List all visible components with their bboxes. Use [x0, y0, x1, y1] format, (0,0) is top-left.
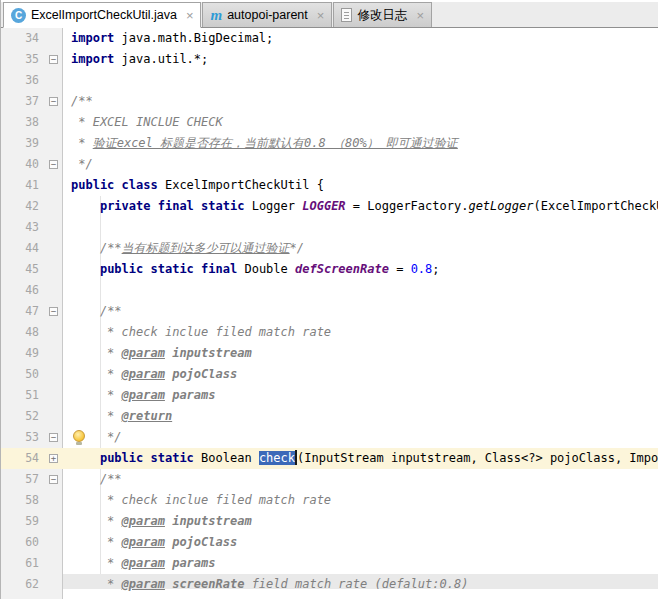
code-line[interactable]: 44 /**当有标题到达多少可以通过验证*/	[1, 238, 658, 259]
code-text: private final static Logger LOGGER = Log…	[63, 196, 658, 217]
line-number[interactable]: 36	[1, 70, 45, 91]
code-text: * @param pojoClass	[63, 532, 658, 553]
gutter-fold-column: +	[45, 448, 63, 469]
code-line[interactable]: 47− /**	[1, 301, 658, 322]
close-icon[interactable]: ×	[317, 9, 325, 22]
code-line[interactable]: 52 * @return	[1, 406, 658, 427]
line-number[interactable]: 39	[1, 133, 45, 154]
code-segment: Logger	[244, 199, 302, 213]
line-number[interactable]: 60	[1, 532, 45, 553]
line-number[interactable]: 59	[1, 511, 45, 532]
code-line[interactable]: 46	[1, 280, 658, 301]
line-number[interactable]: 50	[1, 364, 45, 385]
gutter-fold-column	[45, 259, 63, 280]
tab-changelog[interactable]: 修改日志 ×	[333, 2, 432, 28]
tab-label: autopoi-parent	[227, 8, 308, 22]
editor-lines: 34import java.math.BigDecimal;35−import …	[1, 28, 658, 595]
code-line[interactable]: 62 * @param screenRate field match rate …	[1, 574, 658, 595]
code-line[interactable]: 42 private final static Logger LOGGER = …	[1, 196, 658, 217]
gutter-fold-column: −	[45, 427, 63, 448]
code-line[interactable]: 60 * @param pojoClass	[1, 532, 658, 553]
line-number[interactable]: 61	[1, 553, 45, 574]
line-number[interactable]: 44	[1, 238, 45, 259]
code-line[interactable]: 38 * EXCEL INCLUE CHECK	[1, 112, 658, 133]
code-line[interactable]: 37−/**	[1, 91, 658, 112]
code-segment: /**	[100, 241, 122, 255]
code-segment: Boolean	[194, 451, 259, 465]
code-line[interactable]: 43	[1, 217, 658, 238]
code-line[interactable]: 36	[1, 70, 658, 91]
line-number[interactable]: 51	[1, 385, 45, 406]
code-segment: *	[71, 514, 122, 528]
tab-autopoi-parent[interactable]: m autopoi-parent ×	[202, 2, 332, 28]
code-segment: */	[290, 241, 304, 255]
fold-collapse-icon[interactable]: −	[49, 55, 58, 64]
gutter-fold-column	[45, 574, 63, 595]
code-line[interactable]: 48 * check inclue filed match rate	[1, 322, 658, 343]
line-number[interactable]: 62	[1, 574, 45, 595]
code-segment: defScreenRate	[295, 262, 389, 276]
code-text: * check inclue filed match rate	[63, 322, 658, 343]
line-number[interactable]: 42	[1, 196, 45, 217]
code-segment	[143, 262, 150, 276]
line-number[interactable]: 43	[1, 217, 45, 238]
fold-collapse-icon[interactable]: −	[49, 160, 58, 169]
code-line[interactable]: 54+ public static Boolean check(InputStr…	[1, 448, 658, 469]
code-line[interactable]: 58 * check inclue filed match rate	[1, 490, 658, 511]
code-text: /**	[63, 91, 658, 112]
code-segment: class	[122, 178, 158, 192]
fold-expand-icon[interactable]: +	[49, 454, 58, 463]
line-number[interactable]: 38	[1, 112, 45, 133]
line-number[interactable]: 35	[1, 49, 45, 70]
code-segment	[71, 472, 100, 486]
line-number[interactable]: 47	[1, 301, 45, 322]
code-segment: static	[151, 262, 194, 276]
fold-collapse-icon[interactable]: −	[49, 475, 58, 484]
code-editor[interactable]: 34import java.math.BigDecimal;35−import …	[1, 28, 658, 599]
code-line[interactable]: 57− /**	[1, 469, 658, 490]
line-number[interactable]: 54	[1, 448, 45, 469]
line-number[interactable]: 46	[1, 280, 45, 301]
code-line[interactable]: 40− */	[1, 154, 658, 175]
close-icon[interactable]: ×	[416, 9, 424, 22]
code-line[interactable]: 35−import java.util.*;	[1, 49, 658, 70]
fold-collapse-icon[interactable]: −	[49, 433, 58, 442]
line-number[interactable]: 57	[1, 469, 45, 490]
tab-excelimportcheckutil[interactable]: C ExcelImportCheckUtil.java ×	[3, 2, 201, 28]
code-line[interactable]: 59 * @param inputstream	[1, 511, 658, 532]
intention-bulb-icon[interactable]	[73, 430, 86, 446]
gutter-fold-column	[45, 28, 63, 49]
code-segment: final	[201, 262, 237, 276]
line-number[interactable]: 45	[1, 259, 45, 280]
code-segment: import	[71, 52, 114, 66]
line-number[interactable]: 41	[1, 175, 45, 196]
fold-collapse-icon[interactable]: −	[49, 97, 58, 106]
code-text: * check inclue filed match rate	[63, 490, 658, 511]
close-icon[interactable]: ×	[186, 9, 194, 22]
code-line[interactable]: 51 * @param params	[1, 385, 658, 406]
code-segment	[194, 199, 201, 213]
code-segment: params	[172, 388, 215, 402]
line-number[interactable]: 49	[1, 343, 45, 364]
code-line[interactable]: 53− */	[1, 427, 658, 448]
line-number[interactable]: 40	[1, 154, 45, 175]
code-line[interactable]: 39 * 验证excel 标题是否存在，当前默认有0.8 （80%） 即可通过验…	[1, 133, 658, 154]
code-line[interactable]: 41public class ExcelImportCheckUtil {	[1, 175, 658, 196]
code-segment: *	[71, 577, 122, 591]
code-line[interactable]: 50 * @param pojoClass	[1, 364, 658, 385]
code-segment: *	[71, 136, 93, 150]
line-number[interactable]: 52	[1, 406, 45, 427]
code-line[interactable]: 61 * @param params	[1, 553, 658, 574]
line-number[interactable]: 48	[1, 322, 45, 343]
line-number[interactable]: 37	[1, 91, 45, 112]
code-line[interactable]: 45 public static final Double defScreenR…	[1, 259, 658, 280]
fold-collapse-icon[interactable]: −	[49, 307, 58, 316]
code-line[interactable]: 34import java.math.BigDecimal;	[1, 28, 658, 49]
code-line[interactable]: 49 * @param inputstream	[1, 343, 658, 364]
line-number[interactable]: 53	[1, 427, 45, 448]
code-segment: /**	[100, 304, 122, 318]
line-number[interactable]: 58	[1, 490, 45, 511]
line-number[interactable]: 34	[1, 28, 45, 49]
code-segment: @param	[122, 535, 165, 549]
text-file-icon	[341, 8, 352, 22]
